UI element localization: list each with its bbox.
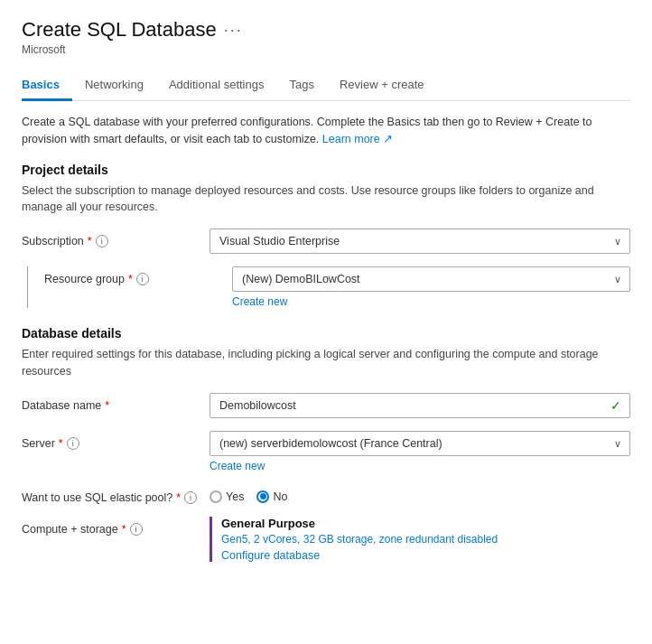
resource-group-info-icon[interactable]: i (136, 273, 149, 285)
compute-storage-content: General Purpose Gen5, 2 vCores, 32 GB st… (210, 517, 630, 562)
page-title-text: Create SQL Database (22, 18, 217, 42)
configure-database-link[interactable]: Configure database (221, 549, 320, 562)
page-title: Create SQL Database ··· (22, 18, 630, 42)
database-name-valid-icon: ✓ (610, 398, 621, 413)
elastic-pool-no-option[interactable]: No (256, 490, 287, 503)
compute-tier-detail: Gen5, 2 vCores, 32 GB storage, zone redu… (221, 533, 630, 546)
project-details-title: Project details (22, 163, 630, 177)
server-select[interactable]: (new) serverbidemolowcost (France Centra… (210, 431, 630, 456)
server-required: * (59, 437, 63, 450)
tabs-nav: Basics Networking Additional settings Ta… (22, 70, 630, 101)
resource-group-row: Resource group * i (New) DemoBILowCost ∨… (27, 266, 630, 308)
subscription-select-wrapper: Visual Studio Enterprise ∨ (210, 229, 630, 254)
resource-group-control: (New) DemoBILowCost ∨ Create new (232, 266, 630, 308)
elastic-pool-no-dot (260, 493, 266, 499)
elastic-pool-no-circle (256, 490, 269, 503)
resource-group-required: * (128, 273, 133, 285)
server-control: (new) serverbidemolowcost (France Centra… (210, 431, 630, 472)
database-name-label: Database name * (22, 393, 202, 412)
elastic-pool-info-icon[interactable]: i (184, 491, 197, 504)
resource-group-select-wrapper: (New) DemoBILowCost ∨ (232, 266, 630, 292)
compute-tier-title: General Purpose (221, 517, 630, 530)
database-name-input[interactable] (210, 393, 630, 418)
server-info-icon[interactable]: i (67, 437, 79, 450)
tab-networking[interactable]: Networking (72, 70, 156, 101)
subscription-control: Visual Studio Enterprise ∨ (210, 229, 630, 254)
page-title-ellipsis[interactable]: ··· (224, 21, 243, 40)
subscription-select[interactable]: Visual Studio Enterprise (210, 229, 630, 254)
subscription-info-icon[interactable]: i (96, 235, 108, 247)
compute-storage-required: * (122, 523, 126, 536)
server-label: Server * i (22, 431, 202, 450)
elastic-pool-no-label: No (273, 490, 287, 503)
database-details-title: Database details (22, 326, 630, 341)
elastic-pool-label: Want to use SQL elastic pool? * i (22, 485, 202, 504)
compute-storage-info-icon[interactable]: i (130, 523, 143, 536)
subscription-label: Subscription * i (22, 229, 202, 247)
tab-description: Create a SQL database with your preferre… (22, 114, 630, 148)
page-header: Create SQL Database ··· Microsoft (22, 18, 630, 56)
page-subtitle: Microsoft (22, 43, 630, 56)
tab-review-create[interactable]: Review + create (327, 70, 437, 101)
server-row: Server * i (new) serverbidemolowcost (Fr… (22, 431, 630, 472)
resource-group-select[interactable]: (New) DemoBILowCost (232, 266, 630, 292)
database-name-required: * (105, 399, 109, 412)
resource-group-label: Resource group * i (44, 266, 225, 285)
elastic-pool-radio-group: Yes No (210, 485, 630, 503)
subscription-row: Subscription * i Visual Studio Enterpris… (22, 229, 630, 254)
database-details-section: Database details Enter required settings… (22, 326, 630, 562)
compute-storage-row: Compute + storage * i General Purpose Ge… (22, 517, 630, 562)
tab-basics[interactable]: Basics (22, 70, 72, 101)
subscription-required: * (88, 235, 92, 247)
database-name-input-wrapper: ✓ (210, 393, 630, 418)
description-text: Create a SQL database with your preferre… (22, 116, 591, 145)
compute-storage-label: Compute + storage * i (22, 517, 202, 536)
project-details-section: Project details Select the subscription … (22, 163, 630, 309)
database-name-control: ✓ (210, 393, 630, 418)
learn-more-link[interactable]: Learn more ↗ (322, 133, 393, 145)
tab-tags[interactable]: Tags (276, 70, 326, 101)
elastic-pool-control: Yes No (210, 485, 630, 503)
elastic-pool-required: * (176, 491, 181, 504)
elastic-pool-yes-label: Yes (226, 490, 244, 503)
database-details-description: Enter required settings for this databas… (22, 346, 630, 380)
server-create-new-link[interactable]: Create new (210, 460, 630, 472)
elastic-pool-yes-circle (210, 490, 222, 503)
elastic-pool-yes-option[interactable]: Yes (210, 490, 244, 503)
server-select-wrapper: (new) serverbidemolowcost (France Centra… (210, 431, 630, 456)
resource-group-create-new-link[interactable]: Create new (232, 295, 630, 308)
tab-additional-settings[interactable]: Additional settings (156, 70, 277, 101)
elastic-pool-row: Want to use SQL elastic pool? * i Yes No (22, 485, 630, 504)
project-details-description: Select the subscription to manage deploy… (22, 182, 630, 217)
compute-storage-control: General Purpose Gen5, 2 vCores, 32 GB st… (210, 517, 630, 562)
database-name-row: Database name * ✓ (22, 393, 630, 418)
